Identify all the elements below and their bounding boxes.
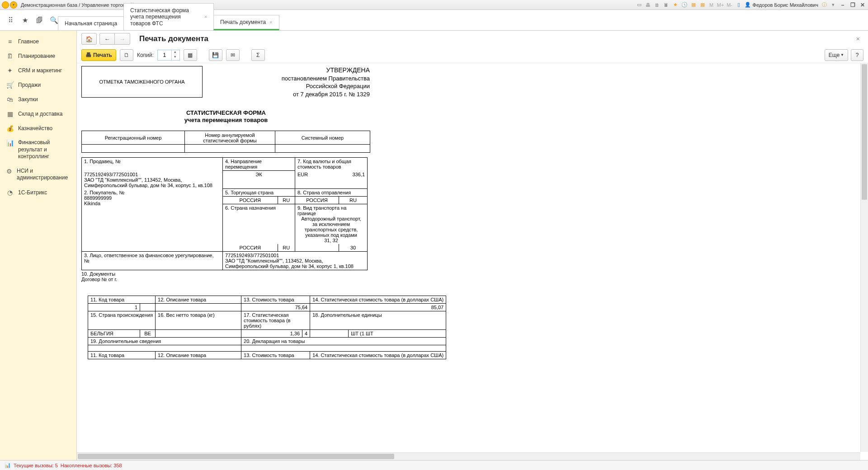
sidebar-item-label: Финансовый результат и контроллинг <box>18 139 70 160</box>
print-button[interactable]: 🖶Печать <box>81 49 116 61</box>
statusbar: 📊 Текущие вызовы: 5 Накопленные вызовы: … <box>0 460 868 470</box>
nav-forward-button[interactable]: → <box>115 33 130 45</box>
f5-country: РОССИЯ <box>223 197 278 204</box>
page-close-button[interactable]: × <box>853 33 863 44</box>
g2-h12: 12. Описание товара <box>156 352 241 359</box>
g-row1-ccode: BE <box>140 330 156 338</box>
sidebar-item-treasury[interactable]: 💰Казначейство <box>0 121 76 136</box>
chart-icon: 📊 <box>6 139 14 146</box>
star-icon[interactable]: ★ <box>672 2 679 8</box>
m-minus[interactable]: M- <box>726 2 733 8</box>
mail-button[interactable]: ✉ <box>226 49 240 61</box>
tabs: Начальная страница Статистическая форма … <box>58 10 868 30</box>
main-form-table: 1. Продавец, № 4. Направление перемещени… <box>81 157 368 270</box>
maximize-button[interactable]: ❐ <box>849 1 856 9</box>
tab-home[interactable]: Начальная страница <box>58 16 124 30</box>
current-user[interactable]: 👤 Федоров Борис Михайлович <box>745 2 818 8</box>
sidebar-item-crm[interactable]: ✦CRM и маркетинг <box>0 63 76 78</box>
cart-icon: 🛒 <box>6 81 14 89</box>
horizontal-scrollbar[interactable] <box>77 452 860 460</box>
sidebar-item-warehouse[interactable]: ▦Склад и доставка <box>0 107 76 121</box>
status-accumulated: Накопленные вызовы: 358 <box>61 463 122 468</box>
document-viewport[interactable]: ОТМЕТКА ТАМОЖЕННОГО ОРГАНА УТВЕРЖДЕНА по… <box>77 63 868 460</box>
f1-num: 7725192493/772501001 <box>84 172 220 177</box>
nav-back-button[interactable]: ← <box>99 33 115 45</box>
f8-code: RU <box>339 197 367 204</box>
sidebar-item-main[interactable]: ≡Главное <box>0 34 76 49</box>
apps-icon[interactable]: ⠿ <box>6 16 14 24</box>
print-icon[interactable]: 🖶 <box>645 2 651 8</box>
f4-val: ЭК <box>223 171 295 189</box>
f8-country: РОССИЯ <box>295 197 339 204</box>
copies-spinner[interactable]: ▲▼ <box>157 50 180 61</box>
home-icon: ≡ <box>6 38 14 45</box>
sidebar-item-purchases[interactable]: 🛍Закупки <box>0 92 76 107</box>
close-button[interactable]: ✕ <box>859 1 866 9</box>
spin-down[interactable]: ▼ <box>171 55 179 60</box>
nav-home-button[interactable]: 🏠 <box>81 33 97 45</box>
panel-icon[interactable]: ▯ <box>736 2 742 8</box>
minimize-button[interactable]: – <box>839 1 846 9</box>
g2-h11: 11. Код товара <box>88 352 156 359</box>
scrollbar-thumb[interactable] <box>862 64 867 200</box>
calc-icon[interactable]: 🖩 <box>663 2 670 8</box>
doc-icon[interactable]: 🗎 <box>654 2 660 8</box>
f7-cur: EUR <box>295 171 339 189</box>
f6-code: RU <box>278 244 295 252</box>
form-title-l2: учета перемещения товаров <box>81 117 371 124</box>
g-h20: 20. Декларация на товары <box>241 338 446 345</box>
favorites-icon[interactable]: ★ <box>21 16 29 24</box>
gear-icon: ⚙ <box>6 168 12 175</box>
toolbar: 🖶Печать 🗋 Копий: ▲▼ ▦ 💾 ✉ Σ Еще ▼ ? <box>77 47 868 63</box>
bitrix-icon: ◔ <box>6 189 14 196</box>
scrollbar-thumb[interactable] <box>78 454 394 459</box>
save-button[interactable]: 💾 <box>209 49 222 61</box>
dropdown-icon[interactable]: ▾ <box>830 2 836 8</box>
grid-icon[interactable]: ▦ <box>690 2 697 8</box>
clock-icon[interactable]: 🕓 <box>681 2 688 8</box>
vertical-scrollbar[interactable] <box>860 63 868 452</box>
f7-val: 336,1 <box>339 171 367 189</box>
m-plus[interactable]: M+ <box>717 2 724 8</box>
search-icon[interactable]: 🔍 <box>50 16 58 24</box>
preview-button[interactable]: 🗋 <box>120 49 133 61</box>
page-title: Печать документа <box>139 34 208 43</box>
copies-input[interactable] <box>158 52 171 58</box>
goods-table: 11. Код товара 12. Описание товара 13. С… <box>88 296 446 359</box>
spin-up[interactable]: ▲ <box>171 50 179 55</box>
tab-close-icon[interactable]: × <box>269 19 272 25</box>
grid2-icon[interactable]: ▦ <box>699 2 706 8</box>
sum-button[interactable]: Σ <box>251 49 265 61</box>
tab-print-document[interactable]: Печать документа × <box>213 15 279 30</box>
g-row1-num: 1 <box>88 304 140 311</box>
bag-icon: 🛍 <box>6 96 14 103</box>
toolbar-icon[interactable]: ▭ <box>636 2 642 8</box>
f10-text: Договор № от г. <box>81 277 660 282</box>
info-icon[interactable]: ⓘ <box>821 2 827 8</box>
template-button[interactable]: ▦ <box>184 49 197 61</box>
f5-code: RU <box>278 197 295 204</box>
sidebar-item-bitrix[interactable]: ◔1С-Битрикс <box>0 185 76 200</box>
stamp-label: ОТМЕТКА ТАМОЖЕННОГО ОРГАНА <box>99 79 184 85</box>
f9-label: 9. Вид транспорта на границе <box>297 205 365 216</box>
sidebar-item-sales[interactable]: 🛒Продажи <box>0 78 76 92</box>
help-button[interactable]: ? <box>851 49 863 61</box>
sidebar-item-admin[interactable]: ⚙НСИ и администрирование <box>0 164 76 185</box>
sidebar-item-label: НСИ и администрирование <box>17 168 70 182</box>
m-memory[interactable]: M <box>708 2 715 8</box>
history-icon[interactable]: 🗐 <box>35 16 43 24</box>
more-button[interactable]: Еще ▼ <box>825 49 848 61</box>
printer-icon: 🖶 <box>85 52 91 58</box>
sidebar-item-planning[interactable]: 🗓Планирование <box>0 49 76 63</box>
app-menu-dropdown[interactable]: ▾ <box>10 1 17 9</box>
f2-num: 8889999999 <box>84 195 220 201</box>
sidebar-item-finance[interactable]: 📊Финансовый результат и контроллинг <box>0 136 76 164</box>
tab-close-icon[interactable]: × <box>204 14 207 19</box>
g-h13: 13. Стоимость товара <box>241 296 310 304</box>
more-label: Еще <box>829 52 840 58</box>
user-icon: 👤 <box>745 2 751 8</box>
content-header: 🏠 ← → Печать документа × <box>77 31 868 47</box>
tab-stat-form[interactable]: Статистическая форма учета перемещения т… <box>123 3 214 30</box>
f1-addr: ЗАО "ТД "Комплексный"", 113452, Москва, … <box>84 177 220 188</box>
f7-label: 7. Код валюты и общая стоимость товаров <box>295 158 368 171</box>
